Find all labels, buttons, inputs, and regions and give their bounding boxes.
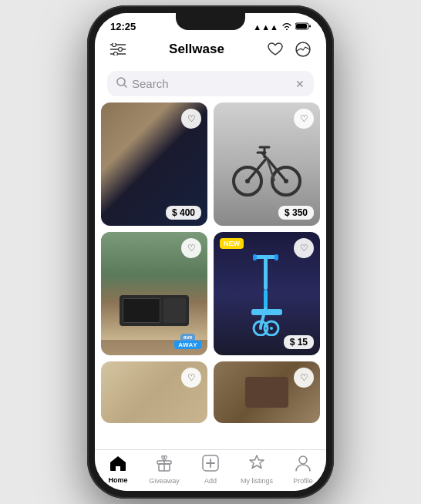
home-nav-icon [109,455,126,475]
battery-icon [295,22,311,32]
wishlist-btn-partial1[interactable]: ♡ [181,368,201,388]
svg-point-7 [119,48,123,52]
svg-rect-2 [309,25,311,27]
svg-line-16 [248,158,267,181]
nav-item-add[interactable]: Add [187,455,234,485]
phone-frame: 12:25 ▲▲▲ [87,5,334,499]
away-badge-top: ave [180,334,196,341]
wifi-icon [281,22,292,32]
mw-door [123,298,160,323]
new-badge: NEW [220,238,244,249]
nav-item-mylistings[interactable]: My listings [234,455,280,485]
svg-point-32 [259,327,262,330]
away-badge-text: AWAY [174,341,201,349]
app-title: Sellwase [169,42,224,57]
scooter-svg [244,251,290,336]
wishlist-btn-microwave[interactable]: ♡ [181,238,201,258]
search-left: Search [116,77,169,90]
svg-point-33 [270,327,273,330]
wishlist-btn-scooter[interactable]: ♡ [294,238,314,258]
search-icon [116,77,127,90]
search-container: Search ✕ [95,66,326,102]
microwave-shape [120,295,189,326]
grid-container: ♡ $ 400 [95,102,326,449]
svg-rect-24 [254,255,277,259]
product-grid: ♡ $ 400 [101,102,320,429]
home-nav-label: Home [108,476,127,484]
away-badge: ave AWAY [174,334,201,349]
svg-rect-26 [274,254,278,260]
mylistings-nav-icon [249,455,264,475]
add-nav-label: Add [204,477,217,485]
search-placeholder: Search [132,77,169,90]
bike-svg [232,126,301,203]
svg-line-11 [124,85,126,87]
phone-screen: 12:25 ▲▲▲ [95,13,326,491]
product-item-microwave[interactable]: ♡ ave AWAY [101,232,207,355]
svg-rect-1 [296,24,307,29]
search-bar[interactable]: Search ✕ [107,71,314,96]
price-badge-scooter: $ 15 [284,335,314,349]
nav-item-profile[interactable]: Profile [280,455,326,485]
bottom-nav: Home Giveaway [95,449,326,491]
search-clear-icon[interactable]: ✕ [295,78,305,90]
wishlist-btn-bike[interactable]: ♡ [294,109,314,129]
nav-bar: Sellwase [95,35,326,66]
mw-panel [163,298,186,323]
signal-icon: ▲▲▲ [253,22,278,32]
product-item-partial2[interactable]: ♡ [214,361,320,423]
heart-icon[interactable] [264,39,286,60]
add-nav-icon [202,455,219,475]
product-item-bike[interactable]: ♡ $ 350 [214,102,320,226]
product-item-laptop[interactable]: ♡ $ 400 [101,102,207,226]
profile-nav-label: Profile [293,477,313,485]
product-item-scooter[interactable]: NEW ♡ $ 15 [214,232,320,355]
svg-point-9 [296,42,310,56]
notch [176,13,245,30]
giveaway-nav-icon [157,455,172,475]
product-item-partial1[interactable]: ♡ [101,361,207,423]
svg-point-6 [113,43,116,47]
svg-rect-25 [253,254,257,260]
status-icons: ▲▲▲ [253,22,311,32]
giveaway-nav-label: Giveaway [149,477,180,485]
price-badge-bike: $ 350 [278,206,314,220]
nav-item-giveaway[interactable]: Giveaway [141,455,187,485]
filter-icon[interactable] [107,39,129,60]
profile-nav-icon [295,455,311,475]
messenger-icon[interactable] [292,39,314,60]
svg-rect-23 [264,255,268,290]
status-time: 12:25 [110,21,136,32]
wishlist-btn-partial2[interactable]: ♡ [294,368,314,388]
svg-point-8 [114,52,118,56]
mylistings-nav-label: My listings [241,477,273,485]
wishlist-btn-laptop[interactable]: ♡ [181,109,201,129]
price-badge-laptop: $ 400 [166,206,201,220]
svg-point-40 [299,456,307,464]
nav-item-home[interactable]: Home [95,455,141,484]
